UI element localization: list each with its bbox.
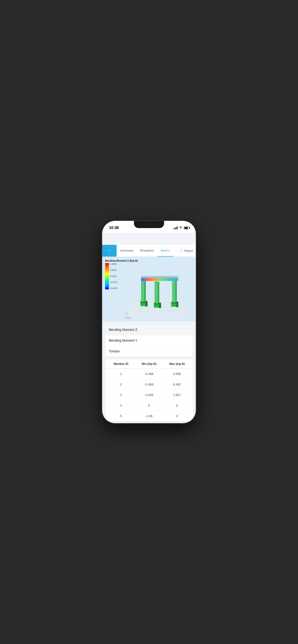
col-min: Min (kip-ft) [135,362,163,366]
notch-camera [147,223,151,226]
cell-max-4: 0 [163,404,191,407]
legend-value-1: 6.4916 [110,263,117,265]
legend-value-2: 3.5018 [110,269,117,271]
structure-3d-svg: -5.4679 -2.4 [119,260,191,320]
data-table: Member ID Min (kip-ft) Max (kip-ft) 1 -5… [105,360,193,421]
svg-rect-18 [145,301,147,306]
svg-rect-24 [176,302,178,307]
svg-rect-28 [158,282,159,302]
svg-point-0 [181,228,181,228]
svg-text:-5.4679: -5.4679 [124,317,130,319]
legend-value-3: 0.5120 [110,275,117,278]
cell-max-3: 1.667 [163,393,191,397]
cell-min-3: -2.656 [135,393,163,397]
scrollable-body[interactable]: Bending Moment Z (kip-ft) 6.4916 3.5018 … [102,257,196,423]
battery-icon [184,226,189,229]
tab-summary[interactable]: Summary [117,245,137,256]
svg-rect-25 [141,279,145,302]
chevron-down-icon: ▾ [169,250,170,252]
tab-reactions[interactable]: Reactions [137,245,158,256]
back-arrow-icon: ← [107,248,112,253]
document-icon: 📄 [180,249,183,252]
main-content: ← Summary Reactions More ▾ 📄 [102,245,196,423]
svg-rect-26 [144,280,146,301]
cell-max-1: 4.566 [163,372,191,376]
legend-bar-container: 6.4916 3.5018 0.5120 -2.4778 -5.4679 [105,263,117,290]
cell-min-4: 0 [135,404,163,407]
back-button[interactable]: ← [102,245,117,256]
report-button[interactable]: 📄 Report [177,245,196,256]
signal-icon [173,226,178,229]
cell-id-4: 4 [107,404,135,407]
top-nav: ← Summary Reactions More ▾ 📄 [102,245,196,257]
svg-rect-21 [159,302,161,308]
tab-more[interactable]: More ▾ [157,245,173,256]
legend-value-4: -2.4778 [110,281,117,284]
wifi-icon [179,226,182,230]
cell-max-5: 0 [163,414,191,418]
dropdown-card[interactable]: Bending Moment Z Bending Moment Y Torsio… [105,324,193,356]
svg-rect-31 [141,278,178,281]
svg-rect-30 [175,281,177,302]
phone-shell: 10:38 [102,221,196,423]
svg-text:-2.4: -2.4 [124,312,128,314]
svg-rect-29 [172,280,176,302]
cell-id-2: 2 [107,382,135,386]
col-member-id: Member ID [107,362,135,366]
col-max: Max (kip-ft) [163,362,191,366]
status-icons [173,226,189,230]
table-row: 3 -2.656 1.667 [105,390,193,400]
cell-id-3: 3 [107,393,135,397]
cell-min-5: -1.86 [135,414,163,418]
svg-rect-19 [154,304,159,308]
cell-min-2: -5.468 [135,382,163,386]
content-area: Bending Moment Z Bending Moment Y Torsio… [102,322,196,423]
dropdown-selected-item[interactable]: Bending Moment Z [105,324,193,335]
cell-min-1: -5.468 [135,372,163,376]
dropdown-option-2[interactable]: Torsion [105,346,193,356]
svg-rect-22 [171,303,176,307]
svg-rect-27 [155,282,158,303]
nav-tabs: Summary Reactions More ▾ [117,245,177,256]
legend-gradient-bar [105,263,109,290]
cell-max-2: 6.492 [163,382,191,386]
svg-rect-16 [140,303,145,306]
legend-value-5: -5.4679 [110,287,117,290]
table-row: 2 -5.468 6.492 [105,379,193,390]
screen: 10:38 [102,221,196,423]
cell-id-1: 1 [107,372,135,376]
visualization-area: Bending Moment Z (kip-ft) 6.4916 3.5018 … [102,257,196,322]
cell-id-5: 5 [107,414,135,418]
status-time: 10:38 [109,226,119,230]
svg-rect-32 [141,276,178,278]
table-row: 5 -1.86 0 [105,411,193,421]
table-row: 1 -5.468 4.566 [105,369,193,379]
dropdown-option-1[interactable]: Bending Moment Y [105,335,193,346]
table-row: 4 0 0 [105,400,193,411]
legend-labels: 6.4916 3.5018 0.5120 -2.4778 -5.4679 [110,263,117,290]
table-header: Member ID Min (kip-ft) Max (kip-ft) [105,360,193,369]
